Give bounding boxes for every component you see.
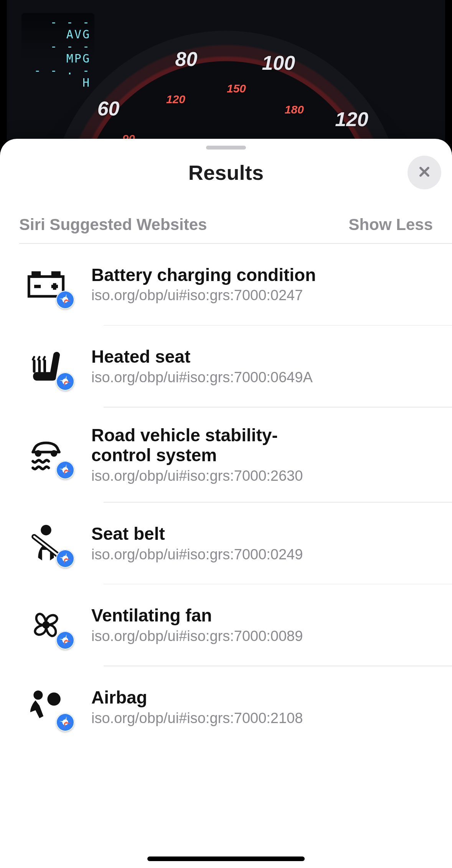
result-row-seatbelt[interactable]: Seat belt iso.org/obp/ui#iso:grs:7000:02… (0, 503, 452, 584)
seatbelt-icon (19, 520, 73, 566)
close-button[interactable] (407, 156, 441, 189)
cluster-row-label: H (82, 76, 91, 89)
sheet-header: Results (0, 150, 452, 196)
svg-rect-6 (33, 273, 40, 276)
safari-badge-icon (56, 713, 74, 732)
battery-icon (19, 261, 73, 307)
result-subtitle: iso.org/obp/ui#iso:grs:7000:0247 (91, 287, 440, 304)
svg-point-12 (47, 692, 60, 705)
result-title: Seat belt (91, 524, 440, 544)
result-subtitle: iso.org/obp/ui#iso:grs:7000:0649A (91, 369, 440, 386)
stability-control-icon (19, 432, 73, 478)
cluster-row-label: MPG (66, 52, 91, 65)
speed-number: 60 (97, 97, 120, 120)
result-row-heated-seat[interactable]: Heated seat iso.org/obp/ui#iso:grs:7000:… (0, 326, 452, 407)
result-subtitle: iso.org/obp/ui#iso:grs:7000:0089 (91, 628, 440, 644)
screen: - - - AVG - - - MPG - - . - H 20 40 60 8… (0, 0, 452, 868)
result-subtitle: iso.org/obp/ui#iso:grs:7000:0249 (91, 546, 440, 563)
result-row-airbag[interactable]: Airbag iso.org/obp/ui#iso:grs:7000:2108 (0, 666, 452, 748)
speed-inner-number: 150 (227, 82, 246, 95)
speed-number: 120 (335, 108, 368, 131)
section-title: Siri Suggested Websites (19, 215, 207, 234)
sheet-grabber[interactable] (206, 146, 246, 150)
safari-badge-icon (56, 291, 74, 309)
safari-badge-icon (56, 461, 74, 479)
result-title: Heated seat (91, 347, 440, 367)
result-row-stability[interactable]: Road vehicle stability-control system is… (0, 408, 452, 502)
svg-point-8 (36, 451, 40, 455)
result-title: Airbag (91, 687, 440, 708)
svg-rect-7 (53, 273, 59, 276)
safari-badge-icon (56, 549, 74, 568)
result-title: Ventilating fan (91, 605, 440, 626)
cluster-row-label: AVG (66, 28, 91, 41)
result-subtitle: iso.org/obp/ui#iso:grs:7000:2108 (91, 710, 440, 727)
svg-point-9 (52, 451, 56, 455)
trip-computer-cluster: - - - AVG - - - MPG - - . - H (21, 13, 94, 59)
speed-number: 100 (262, 51, 295, 74)
safari-badge-icon (56, 631, 74, 649)
result-row-fan[interactable]: Ventilating fan iso.org/obp/ui#iso:grs:7… (0, 584, 452, 666)
speed-inner-number: 180 (285, 103, 304, 116)
heated-seat-icon (19, 343, 73, 389)
speed-inner-number: 120 (166, 93, 185, 106)
close-icon (417, 164, 432, 181)
result-row-battery[interactable]: Battery charging condition iso.org/obp/u… (0, 244, 452, 325)
result-subtitle: iso.org/obp/ui#iso:grs:7000:2630 (91, 468, 440, 484)
safari-badge-icon (56, 372, 74, 391)
section-header: Siri Suggested Websites Show Less (0, 196, 452, 243)
result-title: Road vehicle stability-control system (91, 425, 306, 466)
sheet-title: Results (188, 161, 264, 184)
show-less-button[interactable]: Show Less (349, 215, 433, 234)
results-list[interactable]: Battery charging condition iso.org/obp/u… (0, 244, 452, 868)
svg-point-13 (33, 690, 43, 700)
fan-icon (19, 602, 73, 648)
speed-number: 80 (175, 48, 198, 71)
home-indicator[interactable] (147, 856, 305, 861)
result-title: Battery charging condition (91, 265, 440, 285)
cluster-row-value: - - . - (34, 64, 91, 77)
cluster-row-value: - - - (50, 39, 91, 53)
svg-point-10 (41, 525, 51, 536)
svg-rect-5 (29, 276, 63, 296)
cluster-row-value: - - - (50, 15, 91, 29)
airbag-icon (19, 684, 73, 730)
results-sheet[interactable]: Results Siri Suggested Websites Show Les… (0, 139, 452, 868)
